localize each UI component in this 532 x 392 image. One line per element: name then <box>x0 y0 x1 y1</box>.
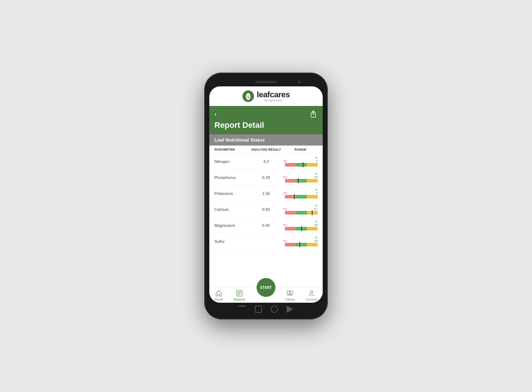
bar-marker <box>294 194 295 199</box>
nutrient-value: 1.56 <box>249 191 283 196</box>
nutrient-value: 0.45 <box>249 223 283 228</box>
nav-account-label: Account <box>306 298 318 301</box>
nutrient-name: Sulfur <box>214 239 249 244</box>
nutrient-value: 0.93 <box>249 207 283 212</box>
range-high: 4 <box>316 192 318 194</box>
start-label: START <box>260 286 272 290</box>
nav-clients[interactable]: Clients <box>285 290 295 301</box>
range-labels: 0,3 0,7 <box>283 208 318 210</box>
table-row: Nitrogen 4.3 % 3,5 5 <box>209 154 323 170</box>
start-button[interactable]: START <box>257 278 275 297</box>
nutrient-name: Phosphorus <box>214 175 249 180</box>
content-area: Leaf Nutritional Status PARAMETER ANALYS… <box>209 134 323 287</box>
bar-marker <box>303 162 303 167</box>
bar-low <box>285 227 296 230</box>
range-column: % 0,2 0,5 <box>283 236 318 246</box>
bar-high <box>307 179 318 183</box>
table-row: Potassium 1.56 % 2,5 4 <box>209 186 323 202</box>
range-labels: 2,5 4 <box>283 192 318 194</box>
svg-point-8 <box>310 291 313 293</box>
phone-speaker <box>255 81 277 83</box>
col-parameter: PARAMETER <box>214 148 249 151</box>
nav-reports-label: Reports <box>234 298 245 301</box>
range-bar <box>285 195 318 199</box>
nutrient-table: Nitrogen 4.3 % 3,5 5 Phosphorus 0.29 % 0… <box>209 154 323 250</box>
range-unit: % <box>315 156 318 159</box>
svg-point-7 <box>289 292 291 294</box>
nav-home[interactable]: Home <box>214 290 223 301</box>
range-column: % 2,5 4 <box>283 188 318 199</box>
range-unit: % <box>315 172 318 175</box>
table-header: PARAMETER ANALYSIS RESULT RANGE <box>209 146 323 154</box>
range-unit: % <box>315 188 318 191</box>
table-row: Calcium 0.93 % 0,3 0,7 <box>209 202 323 218</box>
clients-icon <box>286 290 294 297</box>
bar-low <box>285 163 296 167</box>
back-button[interactable]: ‹ <box>214 110 217 118</box>
bar-high <box>307 243 318 246</box>
bar-optimal <box>296 163 307 167</box>
bar-optimal <box>296 211 307 215</box>
range-column: % 3,5 5 <box>283 156 318 167</box>
range-labels: 0,2 0,8 <box>283 224 318 226</box>
range-high: 0,8 <box>314 224 318 226</box>
nav-account[interactable]: Account <box>306 290 318 301</box>
home-icon <box>215 290 222 297</box>
bar-marker <box>298 178 299 183</box>
range-low: 0,3 <box>283 208 287 210</box>
share-button[interactable] <box>309 110 318 118</box>
range-unit: % <box>315 236 318 239</box>
phone-bottom-buttons <box>209 303 323 314</box>
range-bar <box>285 179 318 183</box>
range-bar <box>285 163 318 167</box>
range-high: 0,7 <box>314 208 318 210</box>
range-high: 5 <box>316 160 318 162</box>
bar-high <box>307 163 318 167</box>
bar-marker <box>312 210 313 215</box>
nutrient-name: Calcium <box>214 207 249 212</box>
bar-low <box>285 243 296 246</box>
bar-low <box>285 179 296 183</box>
bottom-nav: Home Reports START <box>209 287 323 303</box>
range-bar <box>285 227 318 230</box>
bar-optimal <box>296 243 307 246</box>
nutrient-value: 4.3 <box>249 159 283 164</box>
app-name: leafcares <box>257 90 290 99</box>
bar-marker <box>301 226 302 231</box>
range-low: 2,5 <box>283 192 287 194</box>
range-bar <box>285 211 318 215</box>
range-low: 0,3 <box>283 176 287 178</box>
range-high: 0,5 <box>314 176 318 178</box>
col-analysis: ANALYSIS RESULT <box>249 148 283 151</box>
bar-optimal <box>296 195 307 199</box>
table-row: Magnesium 0.45 % 0,2 0,8 <box>209 218 323 234</box>
phone-device: leafcares By AgroCares ‹ Report Detail L <box>204 73 328 319</box>
nutrient-name: Magnesium <box>214 223 249 228</box>
page-title: Report Detail <box>214 121 318 130</box>
bar-high <box>307 195 318 199</box>
page-header: ‹ Report Detail <box>209 106 323 134</box>
range-high: 0,5 <box>314 240 318 242</box>
bar-high <box>307 227 318 230</box>
range-low: 0,2 <box>283 224 287 226</box>
section-header: Leaf Nutritional Status <box>209 134 323 146</box>
nav-clients-label: Clients <box>285 298 295 301</box>
range-low: 3,5 <box>283 160 287 162</box>
account-icon <box>308 290 315 297</box>
phone-camera <box>298 81 301 83</box>
range-bar <box>285 243 318 246</box>
bar-low <box>285 211 296 215</box>
range-column: % 0,3 0,7 <box>283 204 318 215</box>
range-column: % 0,2 0,8 <box>283 220 318 230</box>
app-logo <box>242 90 254 102</box>
bar-marker <box>299 242 300 247</box>
range-unit: % <box>315 204 318 207</box>
range-unit: % <box>315 220 318 223</box>
nav-home-label: Home <box>214 298 223 301</box>
app-header: leafcares By AgroCares <box>209 86 323 106</box>
nav-reports[interactable]: Reports <box>234 290 245 301</box>
col-range: RANGE <box>283 148 318 151</box>
range-column: % 0,3 0,5 <box>283 172 318 183</box>
phone-notch <box>209 78 323 86</box>
range-labels: 3,5 5 <box>283 160 318 162</box>
